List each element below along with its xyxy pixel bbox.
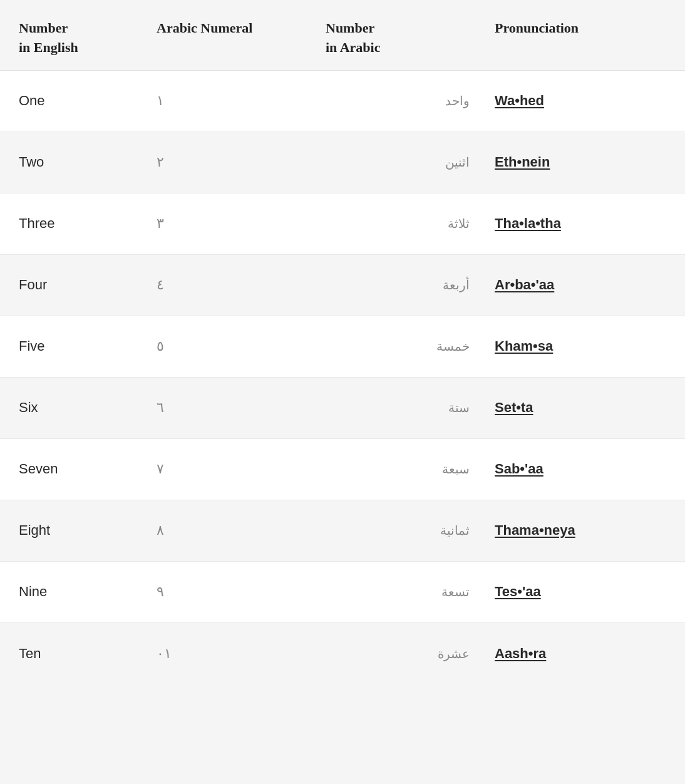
table-header: Numberin English Arabic Numeral Numberin… bbox=[0, 0, 685, 71]
table-row: One ١ واحد Wa•hed bbox=[0, 71, 685, 132]
cell-numeral: ١ bbox=[144, 80, 313, 121]
cell-numeral: ٣ bbox=[144, 203, 313, 244]
cell-arabic: أربعة bbox=[313, 265, 482, 305]
cell-english: Two bbox=[0, 142, 144, 183]
cell-english: Seven bbox=[0, 448, 144, 490]
main-table: Numberin English Arabic Numeral Numberin… bbox=[0, 0, 685, 784]
table-row: Four ٤ أربعة Ar•ba•'aa bbox=[0, 255, 685, 316]
table-row: Six ٦ ستة Set•ta bbox=[0, 378, 685, 439]
header-english: Numberin English bbox=[0, 0, 144, 70]
cell-numeral: ٤ bbox=[144, 264, 313, 306]
cell-english: Five bbox=[0, 326, 144, 367]
cell-numeral: ١٠ bbox=[144, 633, 313, 674]
cell-numeral: ٩ bbox=[144, 571, 313, 612]
header-numeral: Arabic Numeral bbox=[144, 0, 313, 70]
cell-english: Three bbox=[0, 203, 144, 244]
cell-english: Four bbox=[0, 264, 144, 306]
cell-pronunciation: Set•ta bbox=[482, 387, 685, 428]
table-row: Five ٥ خمسة Kham•sa bbox=[0, 316, 685, 378]
cell-pronunciation: Sab•'aa bbox=[482, 448, 685, 490]
cell-arabic: سبعة bbox=[313, 449, 482, 489]
cell-pronunciation: Ar•ba•'aa bbox=[482, 264, 685, 306]
cell-pronunciation: Thama•neya bbox=[482, 510, 685, 551]
cell-arabic: ستة bbox=[313, 388, 482, 428]
cell-arabic: عشرة bbox=[313, 634, 482, 674]
cell-arabic: تسعة bbox=[313, 572, 482, 612]
table-row: Eight ٨ ثمانية Thama•neya bbox=[0, 500, 685, 562]
header-pronunciation: Pronunciation bbox=[482, 0, 685, 70]
table-body: One ١ واحد Wa•hed Two ٢ اثنين Eth•nein T… bbox=[0, 71, 685, 684]
cell-pronunciation: Tha•la•tha bbox=[482, 203, 685, 244]
cell-arabic: ثمانية bbox=[313, 510, 482, 550]
cell-numeral: ٢ bbox=[144, 142, 313, 183]
table-row: Nine ٩ تسعة Tes•'aa bbox=[0, 562, 685, 623]
cell-numeral: ٧ bbox=[144, 448, 313, 490]
cell-numeral: ٥ bbox=[144, 326, 313, 367]
cell-arabic: اثنين bbox=[313, 142, 482, 182]
cell-english: Nine bbox=[0, 571, 144, 612]
cell-arabic: خمسة bbox=[313, 326, 482, 366]
cell-numeral: ٨ bbox=[144, 510, 313, 551]
cell-arabic: ثلاثة bbox=[313, 204, 482, 244]
cell-pronunciation: Tes•'aa bbox=[482, 571, 685, 612]
cell-english: Ten bbox=[0, 633, 144, 674]
cell-english: One bbox=[0, 80, 144, 121]
table-row: Three ٣ ثلاثة Tha•la•tha bbox=[0, 193, 685, 255]
header-arabic: Numberin Arabic bbox=[313, 0, 482, 70]
cell-pronunciation: Kham•sa bbox=[482, 326, 685, 367]
cell-arabic: واحد bbox=[313, 81, 482, 121]
cell-pronunciation: Aash•ra bbox=[482, 633, 685, 674]
table-row: Seven ٧ سبعة Sab•'aa bbox=[0, 439, 685, 500]
cell-numeral: ٦ bbox=[144, 387, 313, 428]
cell-english: Six bbox=[0, 387, 144, 428]
table-row: Two ٢ اثنين Eth•nein bbox=[0, 132, 685, 193]
cell-pronunciation: Eth•nein bbox=[482, 142, 685, 183]
table-row: Ten ١٠ عشرة Aash•ra bbox=[0, 623, 685, 684]
cell-pronunciation: Wa•hed bbox=[482, 80, 685, 121]
cell-english: Eight bbox=[0, 510, 144, 551]
